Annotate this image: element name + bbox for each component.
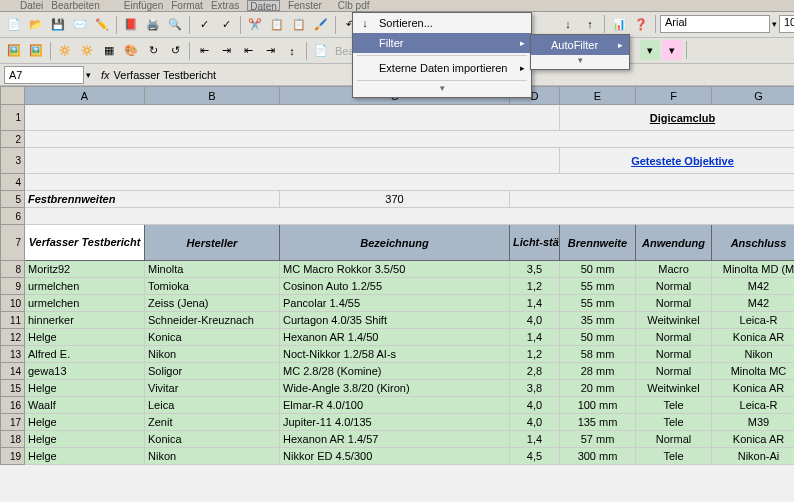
hdr-bezeichnung: Bezeichnung (280, 225, 510, 261)
row-2[interactable]: 2 (1, 131, 25, 148)
hdr-licht: Licht-stärke (510, 225, 560, 261)
table-row[interactable]: 15HelgeVivitarWide-Angle 3.8/20 (Kiron)3… (1, 380, 795, 397)
crop-icon[interactable]: ▦ (99, 41, 119, 61)
spellcheck-icon[interactable]: ✓ (194, 15, 214, 35)
open-icon[interactable]: 📂 (26, 15, 46, 35)
row-num[interactable]: 14 (1, 363, 25, 380)
data-menu-dropdown: ↓ Sortieren... Filter▸ Externe Daten imp… (352, 12, 532, 98)
formula-text[interactable]: Verfasser Testbericht (114, 69, 217, 81)
chart-icon[interactable]: 📊 (609, 14, 629, 34)
row-num[interactable]: 9 (1, 278, 25, 295)
row-6[interactable]: 6 (1, 208, 25, 225)
section-heading: Festbrennweiten (25, 191, 280, 208)
section-count: 370 (280, 191, 510, 208)
menu-sortieren[interactable]: ↓ Sortieren... (353, 13, 531, 33)
row-3[interactable]: 3 (1, 148, 25, 174)
help-icon[interactable]: ❓ (631, 14, 651, 34)
table-row[interactable]: 13Alfred E.NikonNoct-Nikkor 1.2/58 AI-s1… (1, 346, 795, 363)
color1-icon[interactable]: ▾ (640, 40, 660, 60)
hdr-verfasser: Verfasser Testbericht (25, 225, 145, 261)
nav1-icon[interactable]: ⇤ (194, 41, 214, 61)
row-4[interactable]: 4 (1, 174, 25, 191)
row-num[interactable]: 11 (1, 312, 25, 329)
col-a[interactable]: A (25, 87, 145, 105)
table-row[interactable]: 11hinnerkerSchneider-KreuznachCurtagon 4… (1, 312, 795, 329)
row-num[interactable]: 13 (1, 346, 25, 363)
new-icon[interactable]: 📄 (4, 15, 24, 35)
color2-icon[interactable]: ▾ (662, 40, 682, 60)
row-num[interactable]: 19 (1, 448, 25, 465)
row-num[interactable]: 8 (1, 261, 25, 278)
menubar[interactable]: DateiBearbeiten EinfügenFormatExtras Dat… (0, 0, 794, 12)
table-row[interactable]: 19HelgeNikonNikkor ED 4.5/3004,5300 mmTe… (1, 448, 795, 465)
menu-filter[interactable]: Filter▸ (353, 33, 531, 53)
nav5-icon[interactable]: ↕ (282, 41, 302, 61)
rotate2-icon[interactable]: ↺ (165, 41, 185, 61)
col-e[interactable]: E (560, 87, 636, 105)
hdr-brennweite: Brennweite (560, 225, 636, 261)
sort-desc-icon[interactable]: ↑ (580, 14, 600, 34)
save-icon[interactable]: 💾 (48, 15, 68, 35)
nav3-icon[interactable]: ⇤ (238, 41, 258, 61)
table-row[interactable]: 9urmelchenTomiokaCosinon Auto 1.2/551,25… (1, 278, 795, 295)
hdr-anschluss: Anschluss (712, 225, 795, 261)
hdr-anwendung: Anwendung (636, 225, 712, 261)
submenu-expand[interactable]: ▾ (531, 55, 629, 69)
row-5[interactable]: 5 (1, 191, 25, 208)
copy-icon[interactable]: 📋 (267, 15, 287, 35)
print-icon[interactable]: 🖨️ (143, 15, 163, 35)
row-1[interactable]: 1 (1, 105, 25, 131)
color-icon[interactable]: 🎨 (121, 41, 141, 61)
ruler2-icon[interactable]: 🔅 (77, 41, 97, 61)
brush-icon[interactable]: 🖌️ (311, 15, 331, 35)
filter-submenu: AutoFilter▸ ▾ (530, 34, 630, 70)
row-num[interactable]: 10 (1, 295, 25, 312)
row-7[interactable]: 7 (1, 225, 25, 261)
sort-asc-icon[interactable]: ↓ (558, 14, 578, 34)
edit-icon[interactable]: ✏️ (92, 15, 112, 35)
menu-expand[interactable]: ▾ (353, 83, 531, 97)
spreadsheet[interactable]: A B C D E F G 1 Digicamclub 2 3 Getestet… (0, 86, 794, 465)
table-row[interactable]: 14gewa13SoligorMC 2.8/28 (Komine)2,828 m… (1, 363, 795, 380)
size-select[interactable]: 10 (779, 15, 794, 33)
menu-autofilter[interactable]: AutoFilter▸ (531, 35, 629, 55)
row-num[interactable]: 12 (1, 329, 25, 346)
col-b[interactable]: B (145, 87, 280, 105)
cell-ref[interactable]: A7 (4, 66, 84, 84)
table-row[interactable]: 12HelgeKonicaHexanon AR 1.4/501,450 mmNo… (1, 329, 795, 346)
sort-icon: ↓ (357, 17, 373, 29)
col-g[interactable]: G (712, 87, 795, 105)
subtitle-link[interactable]: Getestete Objektive (560, 148, 795, 174)
image2-icon[interactable]: 🖼️ (26, 41, 46, 61)
font-select[interactable]: Arial (660, 15, 770, 33)
row-num[interactable]: 16 (1, 397, 25, 414)
table-row[interactable]: 8Moritz92MinoltaMC Macro Rokkor 3.5/503,… (1, 261, 795, 278)
cut-icon[interactable]: ✂️ (245, 15, 265, 35)
nav4-icon[interactable]: ⇥ (260, 41, 280, 61)
table-row[interactable]: 17HelgeZenitJupiter-11 4.0/1354,0135 mmT… (1, 414, 795, 431)
col-f[interactable]: F (636, 87, 712, 105)
row-num[interactable]: 15 (1, 380, 25, 397)
paste-icon[interactable]: 📋 (289, 15, 309, 35)
menu-externe-daten[interactable]: Externe Daten importieren▸ (353, 58, 531, 78)
doc-icon[interactable]: 📄 (311, 41, 331, 61)
row-num[interactable]: 17 (1, 414, 25, 431)
hdr-hersteller: Hersteller (145, 225, 280, 261)
ruler-icon[interactable]: 🔅 (55, 41, 75, 61)
page-title: Digicamclub (560, 105, 795, 131)
pdf-icon[interactable]: 📕 (121, 15, 141, 35)
mail-icon[interactable]: ✉️ (70, 15, 90, 35)
image-icon[interactable]: 🖼️ (4, 41, 24, 61)
table-row[interactable]: 16WaalfLeicaElmar-R 4.0/1004,0100 mmTele… (1, 397, 795, 414)
table-row[interactable]: 18HelgeKonicaHexanon AR 1.4/571,457 mmNo… (1, 431, 795, 448)
row-num[interactable]: 18 (1, 431, 25, 448)
table-row[interactable]: 10urmelchenZeiss (Jena)Pancolar 1.4/551,… (1, 295, 795, 312)
select-all-corner[interactable] (1, 87, 25, 105)
rotate-icon[interactable]: ↻ (143, 41, 163, 61)
autocheck-icon[interactable]: ✓ (216, 15, 236, 35)
nav2-icon[interactable]: ⇥ (216, 41, 236, 61)
preview-icon[interactable]: 🔍 (165, 15, 185, 35)
